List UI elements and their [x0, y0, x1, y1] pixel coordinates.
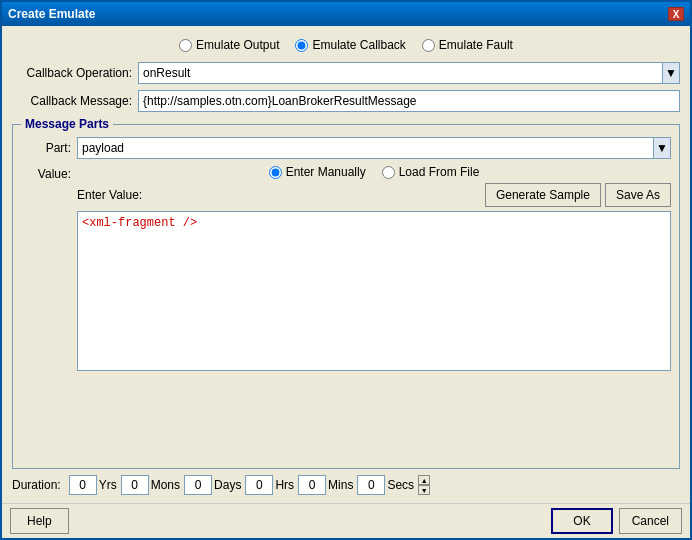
emulate-callback-radio[interactable] — [295, 39, 308, 52]
part-label: Part: — [21, 141, 71, 155]
close-button[interactable]: X — [668, 7, 684, 21]
duration-increment[interactable]: ▲ — [418, 475, 430, 485]
part-input[interactable] — [77, 137, 671, 159]
duration-mons-unit: Mons — [151, 478, 180, 492]
callback-operation-label: Callback Operation: — [12, 66, 132, 80]
emulate-fault-radio[interactable] — [422, 39, 435, 52]
duration-days-input[interactable] — [184, 475, 212, 495]
duration-secs-field: Secs — [357, 475, 414, 495]
value-label: Value: — [21, 165, 71, 181]
cancel-button[interactable]: Cancel — [619, 508, 682, 534]
emulate-type-row: Emulate Output Emulate Callback Emulate … — [12, 34, 680, 56]
emulate-output-option[interactable]: Emulate Output — [179, 38, 279, 52]
duration-yrs-input[interactable] — [69, 475, 97, 495]
duration-hrs-field: Hrs — [245, 475, 294, 495]
value-section: Value: Enter Manually Load From File — [21, 165, 671, 371]
duration-spinner[interactable]: ▲ ▼ — [418, 475, 430, 495]
load-from-file-radio[interactable] — [382, 166, 395, 179]
emulate-output-label: Emulate Output — [196, 38, 279, 52]
duration-yrs-unit: Yrs — [99, 478, 117, 492]
callback-message-label: Callback Message: — [12, 94, 132, 108]
duration-secs-input[interactable] — [357, 475, 385, 495]
callback-operation-row: Callback Operation: ▼ — [12, 62, 680, 84]
duration-mons-field: Mons — [121, 475, 180, 495]
load-from-file-label: Load From File — [399, 165, 480, 179]
message-parts-group: Message Parts Part: ▼ Value: Enter — [12, 124, 680, 469]
duration-days-unit: Days — [214, 478, 241, 492]
callback-message-row: Callback Message: — [12, 90, 680, 112]
callback-operation-dropdown-wrapper: ▼ — [138, 62, 680, 84]
part-dropdown-arrow[interactable]: ▼ — [653, 137, 671, 159]
title-bar: Create Emulate X — [2, 2, 690, 26]
part-row: Part: ▼ — [21, 137, 671, 159]
emulate-callback-label: Emulate Callback — [312, 38, 405, 52]
duration-hrs-input[interactable] — [245, 475, 273, 495]
message-parts-title: Message Parts — [21, 117, 113, 131]
duration-mins-unit: Mins — [328, 478, 353, 492]
xml-editor[interactable] — [77, 211, 671, 371]
dialog-title: Create Emulate — [8, 7, 95, 21]
emulate-fault-label: Emulate Fault — [439, 38, 513, 52]
emulate-callback-option[interactable]: Emulate Callback — [295, 38, 405, 52]
dialog-content: Emulate Output Emulate Callback Emulate … — [2, 26, 690, 503]
duration-mons-input[interactable] — [121, 475, 149, 495]
value-inner: Enter Manually Load From File Enter Valu… — [77, 165, 671, 371]
duration-days-field: Days — [184, 475, 241, 495]
save-as-button[interactable]: Save As — [605, 183, 671, 207]
duration-decrement[interactable]: ▼ — [418, 485, 430, 495]
ok-button[interactable]: OK — [551, 508, 612, 534]
emulate-fault-option[interactable]: Emulate Fault — [422, 38, 513, 52]
action-buttons: Generate Sample Save As — [485, 183, 671, 207]
duration-hrs-unit: Hrs — [275, 478, 294, 492]
value-mode-row: Enter Manually Load From File — [77, 165, 671, 179]
help-button[interactable]: Help — [10, 508, 69, 534]
duration-label: Duration: — [12, 478, 61, 492]
bottom-buttons-row: Help OK Cancel — [2, 503, 690, 538]
enter-value-row: Enter Value: Generate Sample Save As — [77, 183, 671, 207]
duration-mins-input[interactable] — [298, 475, 326, 495]
part-dropdown-wrapper: ▼ — [77, 137, 671, 159]
enter-manually-label: Enter Manually — [286, 165, 366, 179]
duration-secs-unit: Secs — [387, 478, 414, 492]
emulate-output-radio[interactable] — [179, 39, 192, 52]
create-emulate-dialog: Create Emulate X Emulate Output Emulate … — [0, 0, 692, 540]
callback-message-input[interactable] — [138, 90, 680, 112]
enter-value-label: Enter Value: — [77, 188, 142, 202]
duration-row: Duration: Yrs Mons Days Hrs Mins — [12, 475, 680, 495]
enter-manually-option[interactable]: Enter Manually — [269, 165, 366, 179]
duration-mins-field: Mins — [298, 475, 353, 495]
callback-operation-input[interactable] — [138, 62, 680, 84]
enter-manually-radio[interactable] — [269, 166, 282, 179]
load-from-file-option[interactable]: Load From File — [382, 165, 480, 179]
bottom-right-buttons: OK Cancel — [551, 508, 682, 534]
duration-yrs-field: Yrs — [69, 475, 117, 495]
generate-sample-button[interactable]: Generate Sample — [485, 183, 601, 207]
callback-operation-dropdown-arrow[interactable]: ▼ — [662, 62, 680, 84]
